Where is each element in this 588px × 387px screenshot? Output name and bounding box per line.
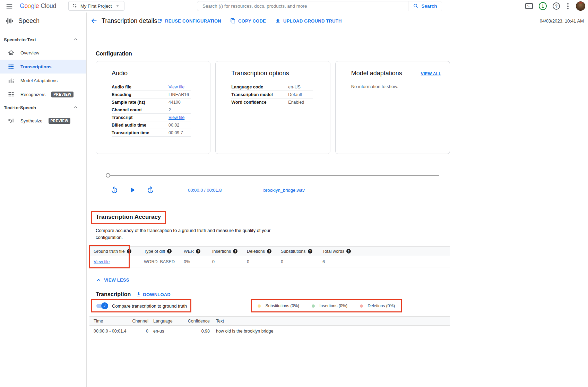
seek-track[interactable]: [108, 175, 439, 176]
audio-seek-bar: [106, 173, 439, 178]
cell-wer: 0%: [180, 259, 208, 264]
accuracy-title: Transcription Accuracy: [96, 214, 161, 221]
chevron-up-icon: [96, 277, 102, 283]
cell-substitutions: 0: [277, 259, 318, 264]
help-tooltip-icon[interactable]: [196, 249, 200, 253]
view-file-link[interactable]: View file: [168, 85, 184, 89]
sidebar-section-label: Speech-to-Text: [4, 37, 36, 42]
property-label: Transcription model: [231, 92, 288, 97]
compare-toggle-label: Compare transcription to ground truth: [112, 303, 187, 309]
property-value: 2: [168, 108, 171, 112]
chevron-down-icon: [115, 3, 120, 9]
help-icon[interactable]: [553, 2, 560, 10]
view-less-button[interactable]: VIEW LESS: [96, 277, 450, 283]
legend-label: - Insertions (0%): [317, 303, 347, 308]
search-button[interactable]: Search: [408, 1, 442, 11]
sidebar-item-overview[interactable]: Overview: [0, 46, 86, 60]
notifications-badge[interactable]: 1: [539, 2, 547, 10]
accuracy-table: Ground truth file Type of diff WER Inser…: [89, 246, 450, 267]
main-content: Configuration Audio Audio fileView file …: [87, 29, 588, 387]
transcription-table-row: 00:00.0 - 00:01.4 0 en-us 0.98 how old i…: [89, 326, 450, 337]
view-less-label: VIEW LESS: [104, 277, 129, 283]
timestamp: 04/03/2023, 10:41 AM: [540, 18, 584, 24]
search-icon: [413, 3, 419, 9]
preview-badge: PREVIEW: [51, 92, 74, 97]
property-label: Transcript: [112, 115, 168, 120]
copy-icon: [230, 18, 236, 24]
upload-ground-truth-button[interactable]: UPLOAD GROUND TRUTH: [275, 18, 342, 24]
speech-product-icon: [5, 17, 13, 25]
sidebar: Speech-to-Text Overview Transcriptions M…: [0, 29, 87, 387]
help-tooltip-icon[interactable]: [233, 249, 237, 253]
sidebar-item-label: Transcriptions: [20, 64, 52, 69]
column-header: Type of diff: [144, 249, 165, 254]
accuracy-table-header: Ground truth file Type of diff WER Inser…: [89, 246, 450, 256]
audio-properties: Audio fileView file EncodingLINEAR16 Sam…: [112, 83, 191, 137]
cloud-shell-icon[interactable]: [525, 3, 533, 9]
sidebar-item-model-adaptations[interactable]: Model Adaptations: [0, 74, 86, 87]
view-file-link[interactable]: View file: [168, 115, 184, 120]
property-label: Billed audio time: [112, 123, 168, 128]
avatar[interactable]: [576, 1, 585, 11]
search-button-label: Search: [421, 3, 437, 9]
home-icon: [8, 49, 15, 56]
substitutions-dot-icon: [258, 304, 261, 308]
logo-letter: o: [24, 2, 28, 10]
cell-confidence: 0.98: [180, 329, 210, 334]
accuracy-title-annotation: Transcription Accuracy: [91, 211, 166, 224]
compare-toggle[interactable]: [95, 302, 108, 309]
logo-letter: g: [31, 2, 35, 10]
seek-handle[interactable]: [106, 173, 110, 178]
column-header: Language: [148, 319, 180, 324]
synthesize-icon: [8, 117, 15, 124]
insertions-dot-icon: [312, 304, 315, 308]
search-input[interactable]: [197, 1, 408, 11]
logo-letter: o: [28, 2, 31, 10]
more-options-icon[interactable]: [566, 2, 570, 11]
bar-chart-icon: [8, 77, 15, 84]
property-label: Audio file: [112, 85, 168, 89]
view-all-link[interactable]: VIEW ALL: [421, 71, 441, 76]
legend-substitutions: - Substitutions (0%): [258, 303, 299, 308]
property-label: Sample rate (hz): [112, 100, 168, 105]
page-header: Speech Transcription details REUSE CONFI…: [0, 12, 588, 29]
project-selector[interactable]: My First Project: [68, 1, 124, 11]
sidebar-section-speech-to-text[interactable]: Speech-to-Text: [0, 33, 86, 46]
copy-code-label: COPY CODE: [238, 18, 266, 24]
sidebar-item-synthesize[interactable]: Synthesize PREVIEW: [0, 114, 86, 128]
sidebar-item-label: Recognizers: [20, 92, 45, 97]
logo-cloud-text: Cloud: [41, 2, 56, 10]
svg-text:5: 5: [150, 189, 151, 192]
sidebar-section-label: Text-to-Speech: [4, 105, 36, 110]
sidebar-item-transcriptions[interactable]: Transcriptions: [0, 60, 86, 74]
adaptations-card-title: Model adaptations: [351, 70, 402, 77]
menu-icon[interactable]: [6, 2, 13, 10]
cell-channel: 0: [128, 329, 148, 334]
download-label: DOWNLOAD: [143, 292, 171, 297]
model-adaptations-card: Model adaptations VIEW ALL No informatio…: [335, 61, 450, 154]
help-tooltip-icon[interactable]: [346, 249, 351, 253]
forward-5-button[interactable]: 5: [146, 186, 155, 194]
reuse-configuration-button[interactable]: REUSE CONFIGURATION: [157, 18, 221, 24]
audio-player: 5 5 00:00.0 / 00:01.8 brooklyn_bridge.wa…: [110, 186, 450, 195]
top-bar: Google Cloud My First Project Search 1: [0, 0, 588, 12]
help-tooltip-icon[interactable]: [267, 249, 271, 253]
back-button[interactable]: [90, 17, 98, 25]
audio-filename-link[interactable]: brooklyn_bridge.wav: [263, 188, 305, 193]
logo-letter: G: [20, 2, 24, 10]
project-grid-icon: [72, 3, 77, 8]
sidebar-item-label: Model Adaptations: [20, 78, 58, 83]
help-tooltip-icon[interactable]: [167, 249, 172, 253]
column-header: Insertions: [212, 249, 231, 254]
google-cloud-logo[interactable]: Google Cloud: [20, 2, 56, 10]
copy-code-button[interactable]: COPY CODE: [230, 18, 266, 24]
chevron-up-icon: [73, 105, 78, 110]
sidebar-section-text-to-speech[interactable]: Text-to-Speech: [0, 101, 86, 114]
sidebar-item-recognizers[interactable]: Recognizers PREVIEW: [0, 87, 86, 101]
replay-5-button[interactable]: 5: [110, 186, 119, 194]
play-button[interactable]: [128, 186, 137, 194]
download-button[interactable]: DOWNLOAD: [136, 292, 171, 297]
logo-letter: e: [36, 2, 39, 10]
help-tooltip-icon[interactable]: [308, 249, 312, 253]
compare-toggle-annotation: Compare transcription to ground truth: [91, 299, 191, 312]
